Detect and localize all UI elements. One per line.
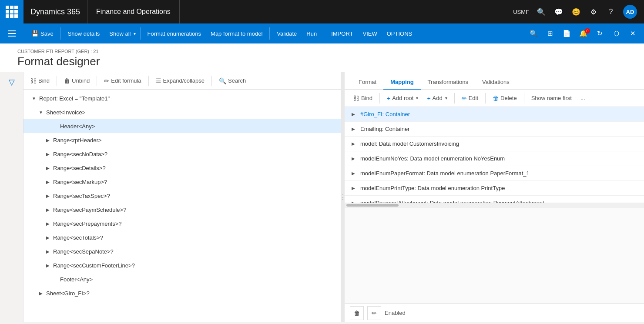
tree-item[interactable]: ▶ Range<secNoData>? — [23, 147, 341, 161]
unbind-button[interactable]: 🗑 Unbind — [60, 76, 93, 86]
toolbar-divider-4 — [324, 27, 324, 40]
tree-item[interactable]: Footer<Any> — [23, 272, 341, 286]
add-button[interactable]: + Add ▾ — [423, 93, 450, 104]
tree-item[interactable]: ▶ Sheet<Giro_FI>? — [23, 286, 341, 300]
tree-label: Range<secDetails>? — [53, 165, 106, 171]
edit-bottom-button[interactable]: ✏ — [367, 306, 381, 320]
add-root-icon: + — [387, 95, 390, 102]
enabled-badge: Enabled — [385, 310, 406, 316]
edit-formula-button[interactable]: ✏ Edit formula — [101, 76, 144, 86]
toolbar-bell-icon[interactable]: 🔔0 — [575, 26, 591, 41]
filter-sidebar: ▽ — [0, 72, 23, 322]
chat-icon[interactable]: 💬 — [550, 0, 567, 23]
mapping-item[interactable]: ▶ #Giro_FI: Container — [345, 107, 644, 122]
tree-item[interactable]: ▶ Range<rptHeader> — [23, 133, 341, 147]
tree-item[interactable]: ▶ Range<secMarkup>? — [23, 175, 341, 189]
scrollbar-thumb[interactable] — [346, 204, 399, 207]
tree-item[interactable]: ▶ Range<secPrepayments>? — [23, 217, 341, 230]
more-button[interactable]: ... — [577, 93, 589, 103]
tree-label: Range<secMarkup>? — [53, 179, 107, 185]
validate-button[interactable]: Validate — [272, 26, 301, 41]
help-icon[interactable]: ? — [602, 0, 620, 23]
pane-divider[interactable] — [341, 72, 345, 322]
bind-button[interactable]: ⛓ Bind — [27, 76, 53, 86]
view-button[interactable]: VIEW — [358, 26, 381, 41]
mapping-item[interactable]: ▶ modelEnumNoYes: Data model enumeration… — [345, 151, 644, 166]
expand-icon: ▶ — [44, 137, 51, 144]
tree-label: Range<secTaxSpec>? — [53, 193, 110, 199]
filter-icon[interactable]: ▽ — [9, 77, 15, 87]
tree-item[interactable]: ▼ Report: Excel = "Template1" — [23, 91, 341, 105]
tree-label: Sheet<Invoice> — [46, 109, 85, 116]
tree-label: Report: Excel = "Template1" — [39, 95, 110, 102]
tree-item[interactable]: ▶ Range<secTotals>? — [23, 230, 341, 244]
toolbar-close-icon[interactable]: ✕ — [625, 26, 641, 41]
hamburger-menu[interactable] — [0, 23, 23, 43]
tree-item[interactable]: ▶ Range<secCustomFooterLine>? — [23, 258, 341, 272]
nav-right: USMF 🔍 💬 😊 ⚙ ? AD — [510, 0, 644, 23]
mapping-item[interactable]: ▶ modelEnumPaperFormat: Data model enume… — [345, 166, 644, 181]
emoji-icon[interactable]: 😊 — [567, 0, 585, 23]
app-grid-button[interactable] — [0, 0, 23, 23]
mapping-item[interactable]: ▶ model: Data model CustomersInvoicing — [345, 137, 644, 151]
left-divider-3 — [148, 76, 149, 86]
expand-icon: ▶ — [350, 155, 357, 162]
show-details-button[interactable]: Show details — [64, 26, 104, 41]
mapping-item[interactable]: ▶ Emailing: Container — [345, 122, 644, 137]
toolbar-search-icon[interactable]: 🔍 — [526, 26, 541, 41]
toolbar-open-icon[interactable]: ⬡ — [608, 26, 624, 41]
add-icon: + — [427, 95, 430, 102]
format-enumerations-button[interactable]: Format enumerations — [143, 26, 206, 41]
show-name-first-button[interactable]: Show name first — [528, 93, 575, 103]
left-divider-4 — [211, 76, 212, 86]
delete-button[interactable]: 🗑 Delete — [489, 93, 520, 104]
tree-label: Range<secPaymSchedule>? — [53, 207, 126, 213]
edit-button[interactable]: ✏ Edit — [458, 93, 482, 104]
tree-item[interactable]: ▶ Range<secTaxSpec>? — [23, 189, 341, 203]
tree-item[interactable]: ▶ Range<secDetails>? — [23, 161, 341, 175]
tab-mapping[interactable]: Mapping — [383, 75, 420, 90]
tree-label: Range<secSepaNote>? — [53, 248, 114, 255]
environment-label: USMF — [510, 9, 533, 15]
import-button[interactable]: IMPORT — [327, 26, 357, 41]
add-root-button[interactable]: + Add root ▾ — [383, 93, 422, 104]
expand-icon: ▶ — [44, 220, 51, 227]
grid-icon — [6, 6, 18, 18]
map-format-button[interactable]: Map format to model — [206, 26, 267, 41]
avatar[interactable]: AD — [623, 5, 637, 19]
show-all-arrow: ▾ — [134, 31, 136, 36]
settings-icon[interactable]: ⚙ — [585, 0, 602, 23]
tab-format[interactable]: Format — [352, 75, 383, 90]
right-toolbar: ⛓ Bind + Add root ▾ + Add ▾ ✏ Edit 🗑 — [345, 90, 644, 107]
delete-bottom-button[interactable]: 🗑 — [350, 306, 364, 320]
search-button[interactable]: 🔍 Search — [215, 76, 249, 86]
rt-bind-icon: ⛓ — [353, 95, 359, 102]
delete-icon: 🗑 — [493, 95, 499, 102]
content-area: ▽ ⛓ Bind 🗑 Unbind ✏ Edit formula ☰ Expan… — [0, 72, 644, 322]
toolbar-refresh-icon[interactable]: ↻ — [592, 26, 607, 41]
mapping-item[interactable]: ▶ modelPaymentAttachment: Data model enu… — [345, 196, 644, 203]
show-all-button[interactable]: Show all ▾ — [105, 26, 137, 41]
save-button[interactable]: 💾 Save — [27, 26, 58, 41]
tab-transformations[interactable]: Transformations — [421, 75, 475, 90]
mapping-label: modelEnumPaperFormat: Data model enumera… — [360, 170, 530, 177]
tree-item[interactable]: ▶ Range<secSepaNote>? — [23, 244, 341, 258]
expand-icon: ▶ — [44, 192, 51, 199]
horizontal-scrollbar[interactable] — [345, 203, 644, 208]
left-divider-2 — [97, 76, 97, 86]
toolbar-office-icon[interactable]: 📄 — [559, 26, 574, 41]
rt-bind-button[interactable]: ⛓ Bind — [350, 93, 376, 104]
fo-title: Finance and Operations — [87, 0, 180, 23]
tab-validations[interactable]: Validations — [475, 75, 517, 90]
expand-icon: ▶ — [350, 140, 357, 147]
tree-item[interactable]: ▼ Sheet<Invoice> — [23, 105, 341, 119]
detail-area — [345, 208, 644, 304]
tree-item[interactable]: Header<Any> — [23, 119, 341, 133]
expand-collapse-button[interactable]: ☰ Expand/collapse — [152, 76, 208, 86]
options-button[interactable]: OPTIONS — [382, 26, 417, 41]
search-icon[interactable]: 🔍 — [533, 0, 550, 23]
mapping-item[interactable]: ▶ modelEnumPrintType: Data model enumera… — [345, 181, 644, 196]
toolbar-grid-icon[interactable]: ⊞ — [542, 26, 558, 41]
tree-item[interactable]: ▶ Range<secPaymSchedule>? — [23, 203, 341, 217]
run-button[interactable]: Run — [302, 26, 321, 41]
